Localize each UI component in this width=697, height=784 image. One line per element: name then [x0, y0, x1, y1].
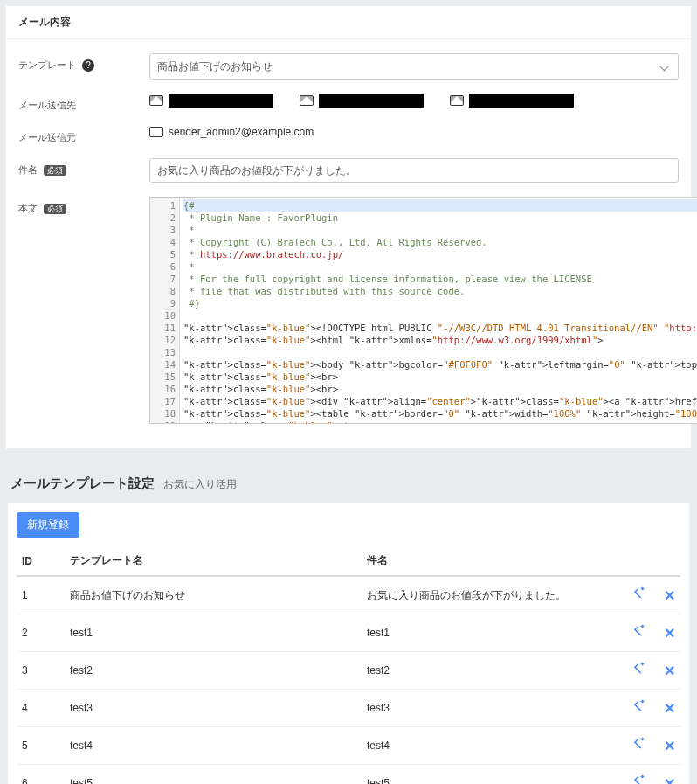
table-header-row: ID テンプレート名 件名: [17, 546, 680, 576]
cell-actions: [602, 576, 680, 614]
recipients-label: メール送信先: [18, 94, 149, 112]
mail-content-panel: メール内容 テンプレート ? 商品お値下げのお知らせ メール送信先: [5, 5, 692, 449]
template-list-card: 新規登録 ID テンプレート名 件名 1商品お値下げのお知らせお気に入り商品のお…: [7, 503, 690, 784]
delete-icon[interactable]: [659, 665, 675, 681]
template-label: テンプレート ?: [18, 53, 149, 72]
new-template-button[interactable]: 新規登録: [17, 512, 79, 538]
redacted-email: [169, 94, 273, 108]
body-row: 本文 必須 1234567891011121314151617181920212…: [18, 191, 679, 433]
delete-icon[interactable]: [659, 703, 675, 718]
subject-label: 件名 必須: [18, 158, 149, 177]
sender-label: メール送信元: [18, 126, 149, 144]
code-lines[interactable]: {# * Plugin Name : FavorPlugin * * Copyr…: [180, 198, 697, 423]
cell-name: test5: [65, 765, 362, 785]
cell-name: test3: [65, 690, 362, 727]
recipients-row: メール送信先: [18, 88, 679, 121]
edit-icon[interactable]: [631, 660, 647, 676]
table-row: 3test2test2: [17, 652, 680, 690]
code-editor[interactable]: 1234567891011121314151617181920212223242…: [149, 197, 697, 424]
cell-actions: [602, 652, 680, 690]
subject-label-text: 件名: [18, 164, 38, 175]
table-row: 2test1test1: [17, 614, 680, 652]
cell-actions: [602, 727, 680, 765]
cell-subject: test3: [362, 690, 602, 727]
help-icon[interactable]: ?: [82, 59, 94, 72]
subject-input[interactable]: [149, 158, 679, 183]
table-row: 5test4test4: [17, 727, 680, 765]
recipient-item: [450, 94, 574, 108]
edit-icon[interactable]: [631, 622, 647, 638]
cell-id: 3: [17, 652, 65, 690]
body-label-text: 本文: [18, 203, 38, 213]
cell-subject: test1: [362, 614, 602, 652]
redacted-email: [469, 94, 574, 108]
edit-icon[interactable]: [631, 697, 647, 713]
cell-id: 6: [17, 765, 65, 785]
section-title: メールテンプレート設定 お気に入り活用: [10, 475, 687, 492]
recipient-item: [300, 94, 424, 108]
chevron-down-icon: [660, 62, 669, 71]
col-name: テンプレート名: [65, 546, 362, 576]
sender-item: sender_admin2@example.com: [149, 126, 679, 138]
cell-actions: [602, 690, 680, 727]
delete-icon[interactable]: [659, 778, 675, 784]
cell-id: 4: [17, 690, 65, 727]
table-row: 1商品お値下げのお知らせお気に入り商品のお値段が下がりました。: [17, 576, 680, 614]
envelope-icon: [300, 95, 314, 106]
cell-id: 1: [17, 576, 65, 614]
template-table: ID テンプレート名 件名 1商品お値下げのお知らせお気に入り商品のお値段が下が…: [17, 546, 680, 784]
section-subtitle: お気に入り活用: [163, 478, 237, 490]
cell-id: 2: [17, 614, 65, 652]
cell-actions: [602, 765, 680, 785]
delete-icon[interactable]: [659, 740, 675, 756]
cell-name: test1: [65, 614, 362, 652]
template-settings-section: メールテンプレート設定 お気に入り活用 新規登録 ID テンプレート名 件名 1…: [7, 475, 690, 784]
delete-icon[interactable]: [659, 590, 675, 606]
cell-subject: test5: [362, 765, 602, 785]
template-select[interactable]: 商品お値下げのお知らせ: [149, 53, 679, 80]
cell-name: test2: [65, 652, 362, 690]
panel-body: テンプレート ? 商品お値下げのお知らせ メール送信先: [6, 39, 691, 448]
template-label-text: テンプレート: [18, 59, 76, 70]
panel-title: メール内容: [6, 6, 691, 39]
envelope-icon: [149, 95, 163, 106]
col-actions: [602, 546, 680, 576]
cell-subject: test2: [362, 652, 602, 690]
col-subject: 件名: [362, 546, 602, 576]
cell-name: 商品お値下げのお知らせ: [65, 576, 362, 614]
store-icon: [149, 127, 163, 137]
code-gutter: 1234567891011121314151617181920212223242…: [150, 198, 180, 423]
body-label: 本文 必須: [18, 197, 149, 215]
subject-row: 件名 必須: [18, 153, 679, 191]
template-row: テンプレート ? 商品お値下げのお知らせ: [18, 48, 679, 88]
section-title-text: メールテンプレート設定: [10, 475, 155, 490]
required-badge: 必須: [44, 165, 66, 176]
redacted-email: [319, 94, 424, 108]
template-select-value: 商品お値下げのお知らせ: [157, 59, 273, 74]
cell-actions: [602, 614, 680, 652]
sender-row: メール送信元 sender_admin2@example.com: [18, 121, 679, 153]
recipients-list: [149, 94, 679, 108]
recipient-item: [149, 94, 273, 108]
envelope-icon: [450, 95, 464, 106]
sender-email: sender_admin2@example.com: [169, 126, 314, 138]
cell-id: 5: [17, 727, 65, 765]
col-id: ID: [17, 546, 65, 576]
delete-icon[interactable]: [659, 628, 675, 643]
cell-subject: test4: [362, 727, 602, 765]
edit-icon[interactable]: [631, 735, 647, 751]
cell-subject: お気に入り商品のお値段が下がりました。: [362, 576, 602, 614]
cell-name: test4: [65, 727, 362, 765]
required-badge: 必須: [44, 204, 66, 214]
table-row: 6test5test5: [17, 765, 680, 785]
edit-icon[interactable]: [631, 773, 647, 784]
edit-icon[interactable]: [631, 585, 647, 600]
table-row: 4test3test3: [17, 690, 680, 727]
